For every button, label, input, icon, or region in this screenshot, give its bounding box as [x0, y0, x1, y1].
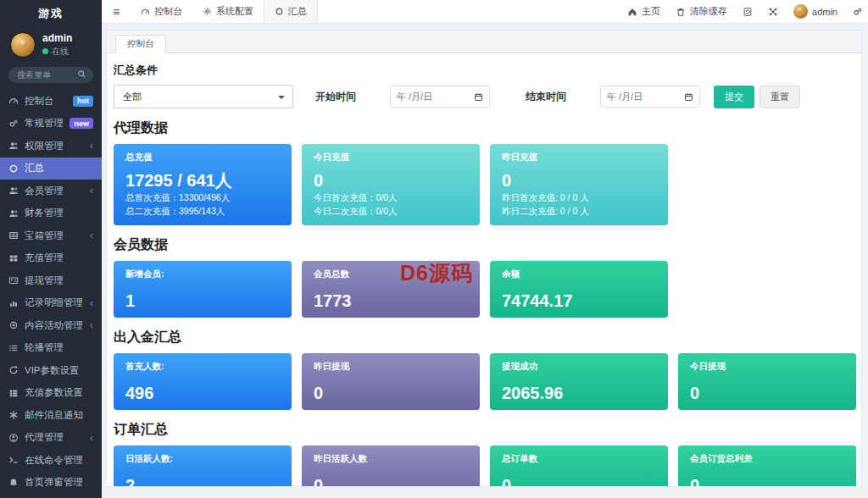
- cogs-icon: [853, 7, 863, 17]
- sidebar-item-label: 内容活动管理: [25, 319, 83, 332]
- sidebar-item-agent[interactable]: 代理管理 ‹: [0, 427, 102, 450]
- sidebar-item-mail-notify[interactable]: 邮件消息通知: [0, 404, 102, 427]
- refresh-page-button[interactable]: [735, 0, 760, 23]
- stat-card-yesterday-withdraw: 昨日提现 0: [302, 353, 480, 410]
- scope-select[interactable]: 全部: [114, 85, 293, 108]
- stat-card-today-withdraw: 今日提现 0: [678, 353, 856, 410]
- sidebar-item-permissions[interactable]: 权限管理 ‹: [0, 135, 102, 158]
- dashboard-icon: [141, 7, 150, 16]
- calendar-icon[interactable]: [684, 92, 693, 102]
- card-value: 0: [314, 384, 468, 402]
- settings-button[interactable]: [845, 0, 868, 23]
- card-line: 昨日首次充值: 0 / 0 人: [502, 192, 656, 204]
- sidebar-item-members[interactable]: 会员管理 ‹: [0, 180, 102, 202]
- sidebar-menu: 控制台 hot 常规管理 new 权限管理 ‹ 汇总 会员管理 ‹: [0, 90, 102, 498]
- sidebar-item-carousel[interactable]: 轮播管理: [0, 337, 102, 360]
- sidebar-item-label: 常规管理: [25, 117, 64, 130]
- sidebar-item-treasure[interactable]: 宝箱管理 ‹: [0, 224, 102, 247]
- card-label: 新增会员:: [125, 268, 280, 280]
- sidebar-item-online-cmd[interactable]: 在线命令管理: [0, 449, 102, 472]
- card-label: 总充值: [125, 152, 280, 163]
- sidebar-item-label: 会员管理: [25, 185, 64, 197]
- order-card-grid: 日活跃人数: 2 昨日活跃人数 0 总订单数 0 会员订货总利差: [114, 445, 856, 486]
- card-label: 昨日提现: [314, 361, 468, 373]
- sidebar-item-label: VIP参数设置: [25, 364, 80, 377]
- filter-buttons: 提交 重置: [714, 86, 800, 108]
- brand-title: 游戏: [0, 0, 102, 25]
- chart-icon: [8, 298, 19, 308]
- section-title-agent: 代理数据: [114, 119, 856, 137]
- terminal-icon: [8, 455, 19, 465]
- sidebar-item-label: 轮播管理: [25, 341, 64, 354]
- sidebar-item-finance[interactable]: 财务管理: [0, 202, 102, 225]
- stat-card-member-order-profit: 会员订货总利差 0: [678, 445, 856, 486]
- card-value: 0: [502, 476, 656, 486]
- users-icon: [8, 185, 19, 196]
- stat-card-withdraw-success: 提现成功 2065.96: [490, 353, 668, 410]
- sidebar-item-recharge[interactable]: 充值管理: [0, 247, 102, 270]
- chevron-left-icon: ‹: [90, 433, 93, 443]
- new-badge: new: [70, 118, 93, 129]
- sidebar-item-popup[interactable]: 首页弹窗管理: [0, 472, 102, 495]
- sidebar-item-recharge-params[interactable]: 充值参数设置: [0, 382, 102, 405]
- card-label: 日活跃人数:: [125, 453, 280, 465]
- undo-icon: [8, 365, 19, 375]
- panel-body: 汇总条件 全部 开始时间 年 /月/日 结束时间 年 /: [107, 53, 861, 486]
- nav-tab-label: 控制台: [154, 5, 182, 18]
- sidebar-item-general[interactable]: 常规管理 new: [0, 113, 102, 136]
- nav-tab-dashboard[interactable]: 控制台: [131, 0, 192, 23]
- home-button[interactable]: 主页: [620, 0, 668, 23]
- stat-card-yesterday-recharge: 昨日充值 0 昨日首次充值: 0 / 0 人 昨日二次充值: 0 / 0 人: [490, 144, 668, 225]
- fullscreen-button[interactable]: [760, 0, 786, 23]
- card-value: 496: [125, 384, 280, 402]
- card-value: 0: [690, 476, 844, 486]
- sidebar-item-label: 财务管理: [25, 207, 64, 219]
- avatar[interactable]: [10, 32, 36, 58]
- card-line: 总首次充值：13300/496人: [125, 192, 280, 204]
- sidebar-item-records[interactable]: 记录明细管理 ‹: [0, 292, 102, 315]
- end-date-input[interactable]: 年 /月/日: [600, 86, 700, 108]
- card-line: 总二次充值：3995/143人: [125, 206, 280, 218]
- nav-tab-sysconfig[interactable]: 系统配置: [192, 0, 264, 23]
- user-circle-icon: [8, 433, 19, 443]
- hot-badge: hot: [73, 96, 93, 107]
- clear-cache-button[interactable]: 清除缓存: [668, 0, 735, 23]
- sidebar-item-label: 在线命令管理: [25, 454, 83, 467]
- sidebar-item-vip-params[interactable]: VIP参数设置: [0, 359, 102, 382]
- stat-card-today-recharge: 今日充值 0 今日首次充值：0/0人 今日二次充值：0/0人: [302, 144, 480, 225]
- sidebar-item-withdraw[interactable]: 提现管理: [0, 269, 102, 292]
- submit-button[interactable]: 提交: [714, 86, 754, 108]
- chevron-left-icon: ‹: [90, 230, 93, 241]
- nav-tab-summary[interactable]: 汇总: [264, 0, 318, 23]
- panel-tab-dashboard[interactable]: 控制台: [115, 35, 166, 53]
- section-title-orders: 订单汇总: [114, 421, 856, 439]
- end-time-label: 结束时间: [526, 90, 566, 104]
- chevron-left-icon: ‹: [90, 185, 93, 196]
- trash-icon: [676, 7, 686, 17]
- card-value: 0: [314, 171, 468, 190]
- section-title-cashflow: 出入金汇总: [114, 329, 856, 346]
- card-value: 74744.17: [502, 291, 656, 310]
- sidebar-item-summary[interactable]: 汇总: [0, 158, 102, 180]
- dot-circle-icon: [8, 320, 19, 330]
- cogs-icon: [8, 119, 19, 129]
- sidebar-item-coupon[interactable]: 奖金券管理: [0, 494, 102, 498]
- card-label: 首充人数:: [125, 361, 280, 373]
- nav-tab-label: 系统配置: [216, 5, 253, 18]
- sidebar-item-dashboard[interactable]: 控制台 hot: [0, 90, 102, 113]
- reset-button[interactable]: 重置: [760, 86, 800, 108]
- hamburger-menu-icon[interactable]: ≡: [102, 0, 131, 23]
- sidebar-item-content[interactable]: 内容活动管理 ‹: [0, 314, 102, 337]
- user-menu[interactable]: admin: [786, 0, 845, 23]
- th-list-icon: [8, 388, 19, 398]
- start-date-input[interactable]: 年 /月/日: [390, 86, 490, 108]
- card-value: 2: [125, 476, 280, 486]
- card-value: 1773: [314, 291, 468, 310]
- search-icon[interactable]: [77, 69, 86, 79]
- users-icon: [8, 208, 19, 219]
- sidebar-item-label: 汇总: [25, 162, 44, 174]
- card-label: 今日充值: [314, 152, 468, 163]
- calendar-icon[interactable]: [474, 92, 483, 102]
- date-placeholder: 年 /月/日: [397, 91, 432, 103]
- online-dot-icon: [42, 48, 48, 54]
